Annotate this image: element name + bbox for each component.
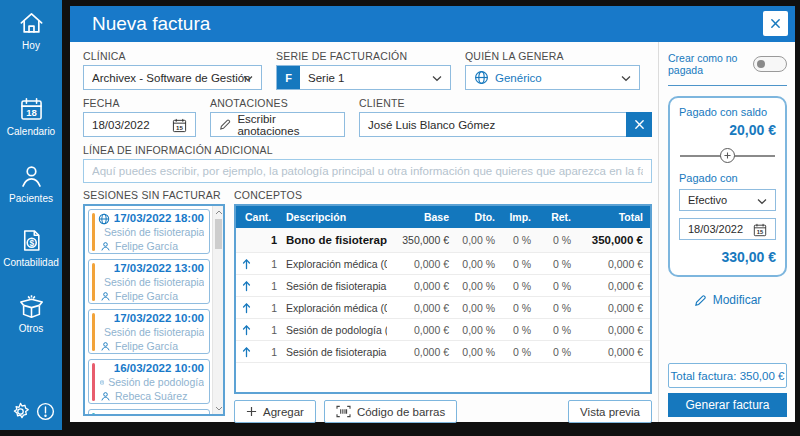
sidebar-label-calendario: Calendario	[7, 126, 55, 137]
scrollbar-thumb[interactable]	[215, 219, 222, 249]
serie-badge: F	[277, 66, 300, 89]
sidebar-item-pacientes[interactable]: Pacientes	[0, 163, 62, 204]
move-up-icon[interactable]	[241, 279, 252, 292]
payment-method-select[interactable]: Efectivo	[679, 189, 776, 211]
col-imp: Imp.	[495, 211, 531, 223]
alert-exclamation-icon[interactable]	[35, 401, 56, 426]
col-ret: Ret.	[531, 211, 571, 223]
preview-button[interactable]: Vista previa	[568, 400, 652, 423]
serie-label: SERIE DE FACTURACIÓN	[276, 50, 451, 62]
write-annotations-button[interactable]: Escribir anotaciones	[210, 112, 345, 137]
col-qty: Cant.	[241, 211, 277, 223]
concept-row[interactable]: 1 Sesión de fisioterapia (07/04/2022) 0,…	[236, 341, 650, 363]
invoice-date-value: 18/03/2022	[92, 119, 150, 131]
toggle-knob	[757, 60, 765, 68]
generator-select[interactable]: Genérico	[465, 65, 640, 90]
generate-invoice-button[interactable]: Generar factura	[668, 393, 787, 417]
serie-select[interactable]: F Serie 1	[276, 65, 451, 90]
invoice-date-input[interactable]: 18/03/2022 15	[83, 112, 196, 137]
session-date: 15/03/2022 09:30	[100, 412, 204, 416]
concept-row[interactable]: 1 Bono de fisioterapia (5 sesiones) 350,…	[236, 228, 650, 253]
client-input[interactable]: José Luis Blanco Gómez	[359, 112, 652, 137]
session-card[interactable]: 15/03/2022 09:30	[88, 409, 210, 416]
sidebar-label-pacientes: Pacientes	[9, 193, 53, 204]
session-date: 17/03/2022 13:00	[100, 262, 204, 275]
move-up-icon[interactable]	[241, 301, 252, 314]
clear-icon	[634, 119, 645, 130]
concept-row[interactable]: 1 Sesión de podología (06/04/2022) 0,000…	[236, 319, 650, 341]
payment-date-input[interactable]: 18/03/2022 15	[679, 218, 776, 240]
session-card[interactable]: 17/03/2022 18:00 Sesión de fisioterapia …	[88, 209, 210, 254]
concepts-table: Cant. Descripción Base Dto. Imp. Ret. To…	[234, 204, 652, 394]
session-type: Sesión de fisioterapia	[104, 326, 204, 339]
unpaid-toggle[interactable]	[753, 56, 787, 72]
home-icon	[18, 10, 45, 37]
chevron-down-icon	[243, 75, 253, 82]
app-background: Hoy 18 Calendario Pacientes $ Contabilid…	[0, 0, 800, 436]
sidebar-item-contabilidad[interactable]: $ Contabilidad	[0, 227, 62, 268]
saldo-label: Pagado con saldo	[679, 106, 776, 118]
plus-icon	[246, 406, 257, 417]
unpaid-toggle-label: Crear como no pagada	[668, 52, 749, 76]
concept-row[interactable]: 1 Exploración médica (01/03/2022) 0,000 …	[236, 253, 650, 275]
chevron-down-icon	[757, 198, 767, 205]
sidebar-item-hoy[interactable]: Hoy	[0, 10, 62, 51]
additional-info-label: LÍNEA DE INFORMACIÓN ADICIONAL	[83, 144, 652, 156]
close-button[interactable]	[763, 11, 788, 36]
date-label: FECHA	[83, 97, 196, 109]
clinic-value: Archivex - Software de Gestión	[92, 72, 251, 84]
additional-info-input[interactable]	[83, 159, 652, 183]
sessions-scrollbar[interactable]	[212, 206, 223, 414]
payment-date-value: 18/03/2022	[688, 223, 743, 235]
session-patient: Rebeca Suárez	[115, 390, 187, 403]
person-icon	[18, 163, 45, 190]
clinic-select[interactable]: Archivex - Software de Gestión	[83, 65, 262, 90]
svg-text:15: 15	[757, 229, 763, 235]
serie-value: Serie 1	[308, 72, 344, 84]
calendar-picker-icon: 15	[753, 223, 767, 237]
sidebar-label-hoy: Hoy	[22, 40, 40, 51]
sidebar-item-otros[interactable]: Otros	[0, 293, 62, 334]
session-card[interactable]: 16/03/2022 10:00 Sesión de podología Reb…	[88, 359, 210, 404]
sidebar: Hoy 18 Calendario Pacientes $ Contabilid…	[0, 0, 62, 430]
plus-icon	[724, 152, 731, 159]
method-amount: 330,00 €	[679, 249, 776, 265]
concept-row[interactable]: 1 Exploración médica (05/04/2022) 0,000 …	[236, 297, 650, 319]
method-label: Pagado con	[679, 172, 776, 184]
page-title: Nueva factura	[70, 13, 210, 35]
barcode-button[interactable]: Código de barras	[324, 400, 457, 423]
chevron-down-icon	[432, 75, 442, 82]
saldo-slider[interactable]	[680, 148, 775, 163]
settings-gear-icon[interactable]	[10, 401, 31, 426]
scroll-up-icon[interactable]	[214, 207, 223, 217]
col-total: Total	[571, 211, 643, 223]
add-concept-button[interactable]: Agregar	[234, 400, 316, 423]
sidebar-label-contabilidad: Contabilidad	[3, 257, 59, 268]
modify-payment-link[interactable]: Modificar	[668, 293, 787, 307]
sidebar-label-otros: Otros	[19, 323, 43, 334]
session-card[interactable]: 17/03/2022 13:00 Sesión de fisioterapia …	[88, 259, 210, 304]
sidebar-item-calendario[interactable]: 18 Calendario	[0, 96, 62, 137]
annotations-label: ANOTACIONES	[210, 97, 345, 109]
col-base: Base	[387, 211, 449, 223]
slider-handle[interactable]	[720, 148, 735, 163]
clear-client-button[interactable]	[626, 112, 652, 137]
dialog-header: Nueva factura	[70, 6, 795, 42]
invoice-form: CLÍNICA Archivex - Software de Gestión S…	[70, 42, 658, 422]
concepts-label: CONCEPTOS	[234, 189, 652, 201]
scroll-down-icon[interactable]	[214, 403, 223, 413]
calendar-picker-icon: 15	[172, 118, 187, 133]
generator-value: Genérico	[495, 72, 542, 84]
session-card[interactable]: 17/03/2022 10:00 Sesión de fisioterapia …	[88, 309, 210, 354]
move-up-icon[interactable]	[241, 257, 252, 270]
col-dto: Dto.	[449, 211, 495, 223]
concept-row[interactable]: 1 Sesión de fisioterapia (31/03/2022) 0,…	[236, 275, 650, 297]
session-type: Sesión de podología	[108, 376, 204, 389]
session-date: 17/03/2022 18:00	[100, 212, 204, 225]
move-up-icon[interactable]	[241, 345, 252, 358]
move-up-icon[interactable]	[241, 323, 252, 336]
calendar-icon: 18	[18, 96, 45, 123]
session-color-stripe	[92, 263, 95, 301]
sessions-label: SESIONES SIN FACTURAR	[83, 189, 225, 201]
svg-text:18: 18	[26, 107, 37, 118]
